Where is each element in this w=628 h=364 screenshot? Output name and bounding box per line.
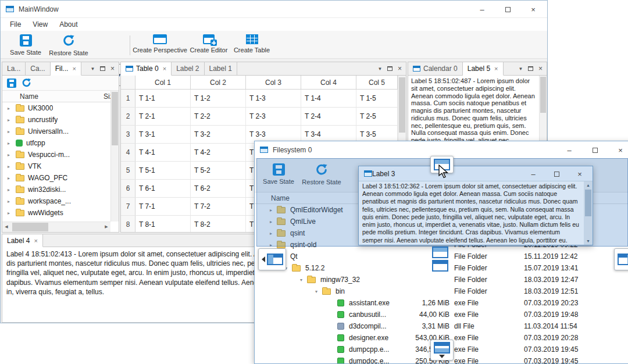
chevron-right-icon[interactable]: ▸ <box>5 117 12 123</box>
restore-state-button[interactable]: Restore State <box>47 34 90 56</box>
fs-tree-row[interactable]: ▾mingw73_32File Folder18.03.2019 12:47 <box>255 274 628 286</box>
scroll-down-icon[interactable]: ▼ <box>584 237 593 245</box>
label3-scrollbar[interactable]: ▲ ▼ <box>584 181 593 245</box>
close-dock-icon[interactable]: × <box>395 65 405 73</box>
fs-tree-row[interactable]: ▾binFile Folder18.03.2019 12:51 <box>255 286 628 297</box>
scrollbar-thumb[interactable] <box>12 223 48 231</box>
tree-item[interactable]: ▸WAGO_PFC <box>2 172 110 184</box>
column-header[interactable]: Col 3 <box>246 76 301 89</box>
chevron-right-icon[interactable]: ▸ <box>5 141 12 146</box>
right-tab[interactable]: Calendar 0 <box>408 62 463 75</box>
fs-tree-row[interactable]: canbusutil...44,00 KiBexe File07.03.2019… <box>255 309 628 320</box>
tree-item[interactable]: ▸workspace_... <box>2 195 110 207</box>
create-perspective-button[interactable]: Create Perspective <box>131 34 189 53</box>
left-tab[interactable]: La... <box>2 62 26 75</box>
maximize-button[interactable] <box>495 1 520 18</box>
table-cell[interactable]: T 1-4 <box>301 90 356 107</box>
drop-indicator-right[interactable] <box>614 248 628 270</box>
table-cell[interactable]: T 2-2 <box>191 108 246 125</box>
row-number[interactable]: 1 <box>121 90 135 107</box>
maximize-button[interactable] <box>582 141 608 159</box>
tree-item[interactable]: ▸wwWidgets <box>2 207 110 219</box>
drop-indicator-left[interactable] <box>258 248 286 270</box>
center-tab[interactable]: Label 1 <box>205 62 237 75</box>
center-tab[interactable]: Table 0× <box>121 62 172 76</box>
chevron-down-icon[interactable]: ▾ <box>313 289 320 294</box>
main-titlebar[interactable]: MainWindow <box>1 1 547 18</box>
create-table-button[interactable]: Create Table <box>232 34 272 53</box>
table-cell[interactable]: T 3-2 <box>191 126 246 143</box>
close-button[interactable]: × <box>608 141 628 159</box>
minimize-button[interactable]: – <box>522 166 545 181</box>
chevron-right-icon[interactable]: ▸ <box>5 152 12 158</box>
tree-item[interactable]: ▸UniversalIn... <box>2 126 110 137</box>
menu-about[interactable]: About <box>53 20 83 28</box>
chevron-right-icon[interactable]: ▸ <box>5 210 12 216</box>
tree-item[interactable]: ▸win32diski... <box>2 184 110 195</box>
tab-menu-chevron-icon[interactable]: ▼ <box>88 66 98 72</box>
row-number[interactable]: 3 <box>121 126 135 143</box>
fs-tree-row[interactable]: d3dcompil...3,31 MiBdll File11.03.2014 1… <box>255 320 628 332</box>
column-header[interactable]: Col 5 <box>356 76 398 89</box>
table-cell[interactable]: T 2-3 <box>246 108 301 125</box>
close-dock-icon[interactable]: × <box>536 65 545 73</box>
tab-close-icon[interactable]: × <box>494 65 498 72</box>
table-cell[interactable]: T 4-2 <box>191 144 246 161</box>
table-cell[interactable]: T 1-1 <box>135 90 191 107</box>
chevron-right-icon[interactable]: ▸ <box>5 164 12 169</box>
row-number[interactable]: 8 <box>121 216 135 232</box>
chevron-right-icon[interactable]: ▸ <box>5 199 12 204</box>
size-column-header[interactable]: Size <box>104 92 110 101</box>
undock-icon[interactable] <box>98 66 108 71</box>
chevron-right-icon[interactable]: ▸ <box>5 106 12 111</box>
chevron-right-icon[interactable]: ▸ <box>5 129 12 134</box>
menu-view[interactable]: View <box>27 20 53 28</box>
table-cell[interactable]: T 1-2 <box>191 90 246 107</box>
row-number[interactable]: 7 <box>121 198 135 215</box>
row-number[interactable]: 5 <box>121 162 135 179</box>
fs-tree-row[interactable]: assistant.exe1,26 MiBexe File07.03.2019 … <box>255 297 628 309</box>
left-horizontal-scrollbar[interactable]: ◀ ▶ <box>2 222 110 232</box>
minimize-button[interactable]: – <box>556 141 582 159</box>
table-cell[interactable]: T 5-2 <box>191 162 246 179</box>
maximize-button[interactable] <box>545 166 568 181</box>
table-cell[interactable]: T 6-1 <box>135 180 191 197</box>
table-cell[interactable]: T 1-3 <box>246 90 301 107</box>
table-cell[interactable]: T 8-1 <box>135 216 191 232</box>
undock-icon[interactable] <box>385 66 395 71</box>
center-tab[interactable]: Label 2 <box>172 62 204 75</box>
table-cell[interactable]: T 2-1 <box>135 108 191 125</box>
row-number[interactable]: 2 <box>121 108 135 125</box>
scrollbar-thumb[interactable] <box>585 190 591 216</box>
table-cell[interactable]: T 6-2 <box>191 180 246 197</box>
scroll-up-icon[interactable]: ▲ <box>584 181 593 189</box>
create-editor-button[interactable]: Create Editor <box>185 34 232 53</box>
restore-state-icon[interactable] <box>22 78 31 88</box>
drop-indicator-area-center[interactable] <box>432 260 448 272</box>
undock-icon[interactable] <box>526 66 536 71</box>
chevron-right-icon[interactable]: ▸ <box>5 176 12 181</box>
tab-close-icon[interactable]: × <box>72 65 76 72</box>
row-number[interactable]: 6 <box>121 180 135 197</box>
table-cell[interactable]: T 7-2 <box>191 198 246 215</box>
table-cell[interactable]: T 2-5 <box>356 108 398 125</box>
tab-label4[interactable]: Label 4 × <box>2 234 43 247</box>
close-button[interactable]: × <box>568 166 591 181</box>
scroll-right-icon[interactable]: ▶ <box>102 222 110 231</box>
column-header[interactable]: Col 2 <box>191 76 246 89</box>
table-cell[interactable]: T 5-1 <box>135 162 191 179</box>
minimize-button[interactable]: – <box>469 1 495 18</box>
tab-close-icon[interactable]: × <box>34 237 37 244</box>
close-dock-icon[interactable]: × <box>108 65 117 73</box>
column-header[interactable]: Col 1 <box>135 76 191 89</box>
scrollbar-thumb[interactable] <box>540 77 546 113</box>
tab-close-icon[interactable]: × <box>163 65 166 72</box>
table-cell[interactable]: T 2-4 <box>301 108 356 125</box>
tree-item[interactable]: ▸UK3000 <box>2 102 110 114</box>
scrollbar-thumb[interactable] <box>112 92 118 145</box>
close-button[interactable]: × <box>520 1 546 18</box>
menu-file[interactable]: File <box>4 20 27 28</box>
chevron-right-icon[interactable]: ▸ <box>5 187 12 192</box>
chevron-down-icon[interactable]: ▾ <box>298 277 305 283</box>
left-tab[interactable]: Fil...× <box>51 62 81 76</box>
